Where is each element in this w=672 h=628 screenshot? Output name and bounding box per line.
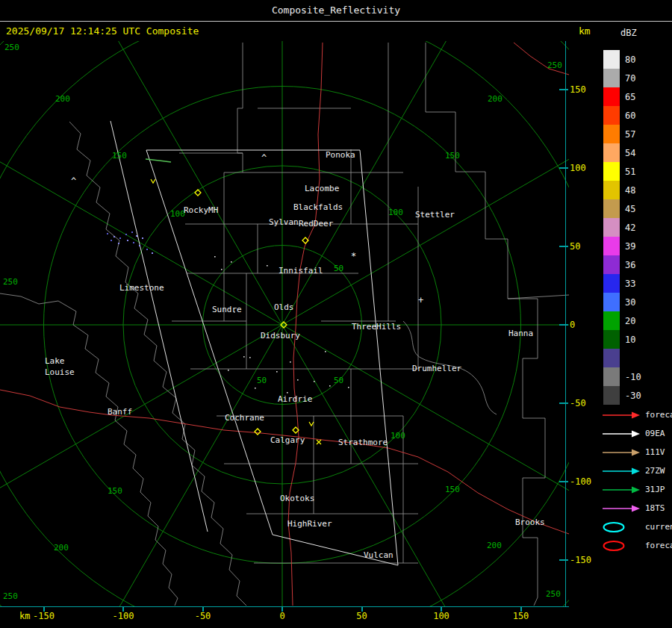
right-axis-label: -100 — [570, 476, 591, 487]
colorbar-value: 42 — [625, 223, 635, 233]
range-ring-label: 200 — [55, 94, 70, 104]
colorbar-swatch — [603, 87, 620, 106]
colorbar-entry: 20 — [603, 311, 641, 330]
city-label: Strathmore — [338, 438, 388, 447]
map-dot — [329, 385, 331, 387]
colorbar-entry: 60 — [603, 106, 641, 125]
legend-item: 111V — [602, 443, 672, 461]
range-ring-label: 250 — [547, 60, 562, 70]
range-ring-label: 200 — [487, 541, 502, 550]
legend-arrow-icon — [602, 503, 641, 514]
city-label: Louise — [45, 367, 75, 377]
legend-label: 09EA — [645, 429, 665, 438]
city-label: Banff — [108, 407, 132, 417]
range-ring-label: 150 — [445, 485, 460, 494]
city-label: Blackfalds — [293, 202, 343, 212]
legend-item: forecast — [602, 405, 672, 424]
range-ring-label: 250 — [546, 589, 561, 599]
colorbar-value: 48 — [625, 185, 635, 196]
radar-echo-dot — [111, 240, 112, 241]
colorbar-entry: 57 — [603, 125, 641, 143]
radar-echo-dot — [139, 245, 140, 246]
colorbar-swatch — [603, 181, 620, 199]
range-ring-label: 50 — [334, 376, 343, 385]
legend-item: 09EA — [602, 424, 672, 443]
range-ring-label: 100 — [170, 209, 185, 219]
bottom-axis-label: -50 — [190, 611, 217, 621]
map-dot — [276, 371, 278, 373]
map-dot — [290, 361, 291, 363]
radar-echo-dot — [133, 242, 134, 243]
city-label: Brooks — [515, 517, 545, 527]
right-axis-label: -150 — [570, 555, 591, 565]
colorbar-entry: 33 — [603, 274, 641, 293]
radar-echo-dot — [152, 252, 153, 254]
range-ring-label: 200 — [488, 94, 503, 104]
colorbar-swatch — [603, 237, 620, 255]
radar-echo-dot — [107, 233, 108, 234]
colorbar-value: 33 — [625, 279, 635, 289]
azimuth-spoke — [0, 41, 569, 606]
city-label: Ponoka — [326, 150, 355, 160]
colorbar-value: 70 — [625, 73, 635, 84]
colorbar-swatch — [603, 293, 620, 311]
range-ring-label: 250 — [3, 591, 18, 601]
map-dot — [297, 379, 299, 381]
title-bar: Composite_Reflectivity — [0, 0, 672, 22]
colorbar-value: 39 — [625, 241, 635, 252]
colorbar-swatch — [603, 330, 620, 349]
right-axis-label: 0 — [570, 320, 575, 330]
bottom-axis-tick — [361, 607, 363, 612]
bottom-axis-line — [0, 606, 569, 607]
legend-label: forecast — [645, 541, 672, 550]
colorbar-swatch — [603, 349, 620, 367]
storm-vector-icon — [317, 440, 321, 444]
colorbar-swatch — [603, 367, 620, 386]
storm-vector-icon — [309, 422, 314, 426]
radar-map-area[interactable]: 2502001501002502001501005025050501502002… — [0, 41, 569, 606]
radar-map-canvas[interactable]: 2502001501002502001501005025050501502002… — [0, 41, 569, 606]
legend-label: current — [645, 522, 672, 532]
colorbar-swatch — [603, 162, 620, 181]
storm-legend: forecast09EA111V27ZW31JP18TScurrentforec… — [602, 405, 672, 555]
colorbar-value: -10 — [625, 372, 641, 382]
legend-item: current — [602, 517, 672, 536]
colorbar-swatch — [603, 386, 620, 405]
range-ring-label: 100 — [391, 431, 405, 441]
city-label: RedDeer — [299, 219, 334, 228]
city-label: Olds — [274, 302, 294, 312]
radar-site-diamond-icon — [255, 429, 261, 435]
range-ring-label: 150 — [112, 151, 127, 161]
city-label: Cochrane — [225, 413, 264, 423]
city-label: Didsbury — [261, 331, 300, 341]
map-dot — [231, 261, 232, 263]
radar-echo-dot — [113, 236, 115, 237]
colorbar-swatch — [603, 143, 620, 162]
storm-vector-icon — [151, 179, 155, 183]
radar-application-window: { "window": { "title": "Composite_Reflec… — [0, 0, 672, 628]
map-dot — [214, 256, 216, 258]
map-dot — [249, 357, 251, 358]
colorbar-swatch — [603, 274, 620, 293]
right-axis-label: -50 — [570, 398, 586, 408]
map-dot — [348, 387, 349, 388]
city-label: RockyMH — [184, 205, 218, 215]
colorbar-entry: 54 — [603, 143, 641, 162]
colorbar-value: 60 — [625, 111, 635, 121]
colorbar-value: 30 — [625, 297, 635, 308]
map-dot — [314, 381, 315, 382]
legend-arrow-icon — [602, 409, 641, 421]
legend-label: 27ZW — [645, 466, 665, 476]
city-label: Stettler — [415, 210, 455, 220]
colorbar-entry: 65 — [603, 87, 641, 106]
legend-arrow-icon — [602, 465, 641, 477]
range-ring-label: 250 — [4, 43, 19, 52]
range-ring-label: 150 — [108, 486, 122, 496]
colorbar-value: 80 — [625, 55, 635, 65]
bottom-axis-tick — [122, 607, 124, 612]
legend-ellipse-icon — [602, 521, 641, 533]
county-boundary-lines — [0, 43, 569, 606]
legend-arrow-icon — [602, 428, 641, 440]
map-dot — [267, 265, 268, 267]
legend-item: forecast — [602, 536, 672, 555]
